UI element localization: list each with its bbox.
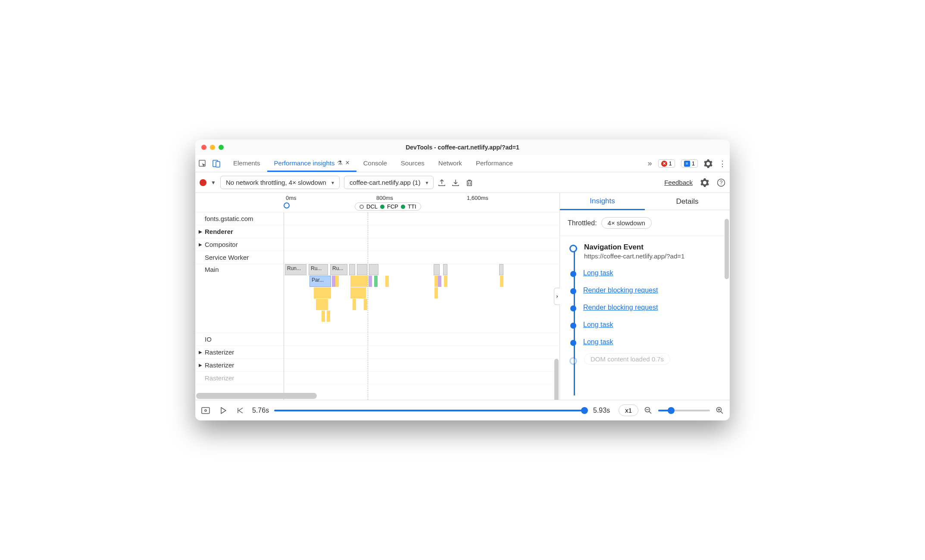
feedback-link[interactable]: Feedback <box>664 179 693 186</box>
device-toggle-icon[interactable] <box>212 160 220 168</box>
tab-details[interactable]: Details <box>645 193 730 210</box>
task-block[interactable] <box>350 276 368 287</box>
task-block[interactable] <box>369 264 378 275</box>
task-block[interactable] <box>349 264 355 275</box>
insights-sidebar: › Insights Details Throttled: 4× slowdow… <box>559 193 730 400</box>
upload-icon[interactable] <box>438 179 446 187</box>
task-block[interactable] <box>434 264 440 275</box>
tab-performance[interactable]: Performance <box>469 155 520 172</box>
sidebar-collapse-icon[interactable]: › <box>554 288 560 305</box>
task-block[interactable] <box>385 276 389 287</box>
event-dot-icon <box>570 305 576 311</box>
task-block[interactable] <box>443 264 447 275</box>
slider-thumb[interactable] <box>581 407 588 414</box>
errors-badge[interactable]: ✕1 <box>658 159 675 168</box>
task-block[interactable] <box>314 287 331 299</box>
task-block[interactable]: Run... <box>285 264 306 275</box>
track-rasterizer[interactable]: ▶Rasterizer <box>195 359 559 372</box>
track-fonts[interactable]: fonts.gstatic.com <box>195 212 559 225</box>
event-link[interactable]: Render blocking request <box>583 286 658 294</box>
task-block[interactable]: Ru... <box>330 264 347 275</box>
event-link[interactable]: Long task <box>583 269 613 277</box>
tabs-overflow-icon[interactable]: » <box>648 159 652 168</box>
throttle-select[interactable]: No network throttling, 4× slowdown <box>220 176 340 189</box>
vertical-scrollbar[interactable] <box>554 359 559 400</box>
sidebar-scrollbar[interactable] <box>725 219 729 279</box>
task-block[interactable] <box>322 311 325 322</box>
tab-console[interactable]: Console <box>356 155 394 172</box>
task-block[interactable] <box>434 276 438 287</box>
window-title: DevTools - coffee-cart.netlify.app/?ad=1 <box>195 144 730 151</box>
task-block[interactable] <box>353 299 356 310</box>
track-service-worker[interactable]: Service Worker <box>195 251 559 264</box>
track-main[interactable]: Main Run... Ru... Ru... Par... <box>195 264 559 333</box>
task-block[interactable] <box>374 276 378 287</box>
time-ruler[interactable]: 0ms 800ms 1,600ms DCL FCP TTI <box>195 193 559 212</box>
task-block[interactable] <box>434 287 438 299</box>
help-icon[interactable]: ? <box>717 178 725 187</box>
zoom-slider[interactable] <box>658 410 710 411</box>
tab-performance-insights[interactable]: Performance insights ⚗ × <box>267 155 356 172</box>
download-icon[interactable] <box>452 179 459 187</box>
playhead-icon[interactable] <box>284 202 290 208</box>
close-tab-icon[interactable]: × <box>345 159 349 167</box>
event-link[interactable]: Render blocking request <box>583 304 658 311</box>
screenshot-toggle-icon[interactable] <box>201 407 210 414</box>
task-block[interactable] <box>438 276 441 287</box>
task-block[interactable] <box>364 299 367 310</box>
task-block[interactable] <box>316 299 328 310</box>
zoom-level-pill[interactable]: x1 <box>619 404 638 416</box>
tab-network[interactable]: Network <box>431 155 469 172</box>
horizontal-scrollbar[interactable] <box>196 393 317 399</box>
throttle-pill[interactable]: 4× slowdown <box>601 217 652 229</box>
metrics-chip[interactable]: DCL FCP TTI <box>355 202 421 211</box>
task-block[interactable] <box>500 276 503 287</box>
inspect-element-icon[interactable] <box>199 160 206 168</box>
track-io[interactable]: IO <box>195 333 559 346</box>
task-block[interactable] <box>350 287 366 299</box>
svg-rect-5 <box>202 408 209 414</box>
task-block[interactable] <box>444 276 447 287</box>
event-dot-icon <box>570 271 576 277</box>
task-block[interactable] <box>369 276 372 287</box>
track-rasterizer[interactable]: ▶Rasterizer <box>195 346 559 359</box>
event-link[interactable]: Long task <box>583 338 613 345</box>
panel-settings-icon[interactable] <box>700 178 709 187</box>
delete-icon[interactable] <box>466 179 473 187</box>
task-block[interactable]: Ru... <box>309 264 328 275</box>
record-button[interactable] <box>200 179 206 186</box>
event-item: Render blocking request <box>570 304 721 311</box>
event-dot-icon <box>570 323 576 329</box>
timeline-pane: 0ms 800ms 1,600ms DCL FCP TTI fonts.gsta… <box>195 193 559 400</box>
task-block[interactable] <box>332 276 335 287</box>
track-rasterizer[interactable]: Rasterizer <box>195 372 559 385</box>
task-block[interactable] <box>327 311 330 322</box>
zoom-in-icon[interactable] <box>716 407 724 414</box>
event-link[interactable]: Long task <box>583 321 613 328</box>
minimize-window-icon[interactable] <box>210 145 215 150</box>
task-block[interactable] <box>335 276 339 287</box>
tab-elements[interactable]: Elements <box>226 155 267 172</box>
play-icon[interactable] <box>220 407 226 414</box>
track-renderer[interactable]: ▶Renderer <box>195 225 559 238</box>
task-block[interactable] <box>499 264 503 275</box>
kebab-menu-icon[interactable]: ⋮ <box>719 159 726 168</box>
tab-sources[interactable]: Sources <box>394 155 431 172</box>
event-item: Long task <box>570 269 721 277</box>
messages-badge[interactable]: ≡1 <box>681 159 698 168</box>
back-to-start-icon[interactable] <box>237 407 244 414</box>
tab-insights[interactable]: Insights <box>560 193 645 210</box>
event-item: Long task <box>570 321 721 329</box>
maximize-window-icon[interactable] <box>219 145 224 150</box>
track-compositor[interactable]: ▶Compositor <box>195 238 559 251</box>
zoom-thumb[interactable] <box>668 407 675 414</box>
settings-icon[interactable] <box>704 159 712 168</box>
time-slider[interactable] <box>274 410 588 411</box>
parse-block[interactable]: Par... <box>309 276 331 287</box>
close-window-icon[interactable] <box>201 145 206 150</box>
session-select[interactable]: coffee-cart.netlify.app (1) <box>344 176 434 189</box>
task-block[interactable] <box>357 264 367 275</box>
record-dropdown-icon[interactable]: ▼ <box>211 180 216 186</box>
zoom-out-icon[interactable] <box>644 407 652 414</box>
devtools-window: DevTools - coffee-cart.netlify.app/?ad=1… <box>195 140 730 420</box>
